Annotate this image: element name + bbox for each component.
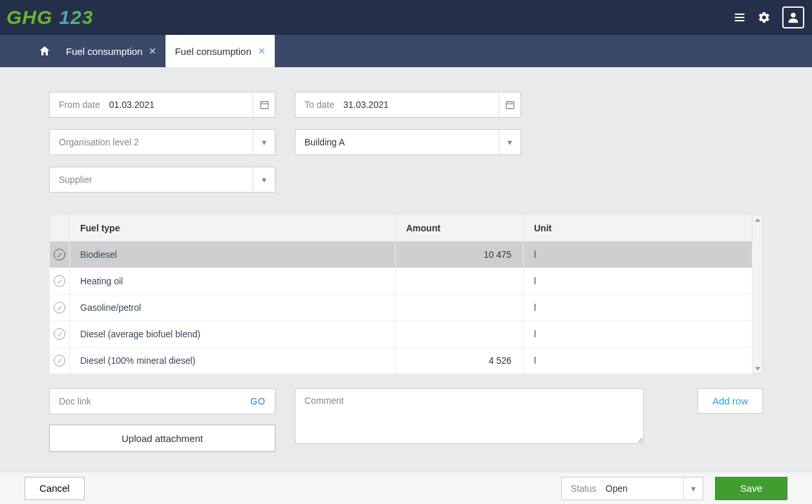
svg-point-3 (791, 13, 795, 17)
col-edit-header (50, 215, 70, 242)
table-scrollbar[interactable] (753, 215, 763, 374)
svg-rect-8 (506, 101, 514, 109)
col-fueltype-header: Fuel type (70, 215, 396, 242)
table-row[interactable]: Heating oill (50, 268, 753, 295)
save-button[interactable]: Save (715, 477, 787, 500)
to-date-field[interactable]: To date 31.03.2021 (295, 92, 521, 118)
topbar-actions (733, 6, 804, 28)
edit-row-icon[interactable] (54, 275, 65, 287)
col-amount-header: Amount (396, 215, 524, 242)
chevron-down-icon[interactable]: ▾ (498, 130, 520, 154)
gear-icon[interactable] (758, 11, 771, 24)
to-date-label: To date (295, 100, 343, 110)
table-row[interactable]: Diesel (average biofuel blend)l (50, 321, 753, 348)
table-row[interactable]: Gasoline/petroll (50, 295, 753, 321)
cell-unit: l (524, 321, 753, 348)
tab-fuel-consumption-1[interactable]: Fuel consumption ✕ (57, 35, 166, 67)
chevron-down-icon[interactable]: ▾ (253, 167, 275, 192)
bottom-controls: Doc link GO Upload attachment Add row (49, 388, 763, 452)
supplier-select[interactable]: Supplier ▾ (49, 167, 275, 193)
logo-text-ghg: GHG (6, 6, 52, 28)
scroll-down-icon[interactable] (755, 367, 760, 370)
cell-unit: l (524, 242, 753, 268)
org-level-placeholder: Organisation level 2 (50, 137, 253, 147)
to-date-value: 31.03.2021 (343, 100, 498, 110)
top-bar: GHG123 (0, 0, 812, 35)
cell-amount[interactable]: 10 475 (396, 242, 524, 268)
from-date-value: 01.03.2021 (109, 100, 253, 110)
table-row[interactable]: Biodiesel10 475l (50, 242, 753, 268)
status-value: Open (606, 483, 683, 494)
fuel-table-wrap: Fuel type Amount Unit Biodiesel10 475lHe… (49, 215, 763, 374)
cell-fueltype: Diesel (average biofuel blend) (70, 321, 396, 348)
calendar-icon[interactable] (498, 92, 520, 117)
edit-row-icon[interactable] (54, 355, 65, 366)
cell-amount[interactable] (396, 268, 524, 295)
building-value: Building A (295, 137, 498, 147)
org-level-select[interactable]: Organisation level 2 ▾ (49, 129, 275, 155)
cell-fueltype: Diesel (100% mineral diesel) (70, 348, 396, 374)
status-label: Status (562, 483, 606, 494)
tab-fuel-consumption-2[interactable]: Fuel consumption ✕ (166, 35, 274, 67)
scroll-up-icon[interactable] (755, 218, 760, 222)
comment-input[interactable] (295, 388, 644, 444)
tab-label: Fuel consumption (66, 46, 142, 57)
cell-fueltype: Gasoline/petrol (70, 295, 396, 321)
close-icon[interactable]: ✕ (258, 46, 266, 56)
add-row-button[interactable]: Add row (698, 388, 763, 414)
tab-strip: Fuel consumption ✕ Fuel consumption ✕ (0, 35, 812, 67)
close-icon[interactable]: ✕ (149, 46, 156, 56)
doc-link-go-button[interactable]: GO (250, 396, 266, 406)
supplier-placeholder: Supplier (50, 174, 253, 185)
chevron-down-icon[interactable]: ▾ (253, 130, 275, 154)
fuel-table: Fuel type Amount Unit Biodiesel10 475lHe… (49, 215, 753, 374)
col-unit-header: Unit (524, 215, 753, 242)
edit-row-icon[interactable] (54, 328, 65, 340)
chevron-down-icon[interactable]: ▾ (683, 478, 703, 499)
cell-unit: l (524, 348, 753, 374)
cancel-button[interactable]: Cancel (25, 477, 85, 500)
user-icon[interactable] (782, 6, 804, 28)
home-icon[interactable] (32, 35, 57, 67)
edit-row-icon[interactable] (54, 249, 65, 260)
calendar-icon[interactable] (253, 92, 275, 117)
cell-fueltype: Biodiesel (70, 242, 396, 268)
footer-bar: Cancel Status Open ▾ Save (0, 472, 812, 504)
cell-fueltype: Heating oil (70, 268, 396, 295)
cell-unit: l (524, 268, 753, 295)
svg-rect-4 (261, 101, 268, 109)
building-select[interactable]: Building A ▾ (295, 129, 521, 155)
cell-amount[interactable] (396, 321, 524, 348)
edit-row-icon[interactable] (54, 302, 65, 313)
content-area: From date 01.03.2021 To date 31.03.2021 … (0, 67, 812, 452)
table-row[interactable]: Diesel (100% mineral diesel)4 526l (50, 348, 753, 374)
from-date-field[interactable]: From date 01.03.2021 (49, 92, 275, 118)
app-logo: GHG123 (6, 0, 93, 35)
from-date-label: From date (50, 100, 109, 110)
cell-amount[interactable]: 4 526 (396, 348, 524, 374)
cell-amount[interactable] (396, 295, 524, 321)
tab-label: Fuel consumption (175, 46, 251, 57)
logo-text-123: 123 (59, 6, 93, 28)
doc-link-label: Doc link (59, 396, 250, 406)
doc-link-field[interactable]: Doc link GO (49, 388, 275, 414)
upload-attachment-button[interactable]: Upload attachment (49, 425, 275, 452)
status-select[interactable]: Status Open ▾ (561, 477, 703, 500)
menu-icon[interactable] (733, 11, 746, 24)
cell-unit: l (524, 295, 753, 321)
